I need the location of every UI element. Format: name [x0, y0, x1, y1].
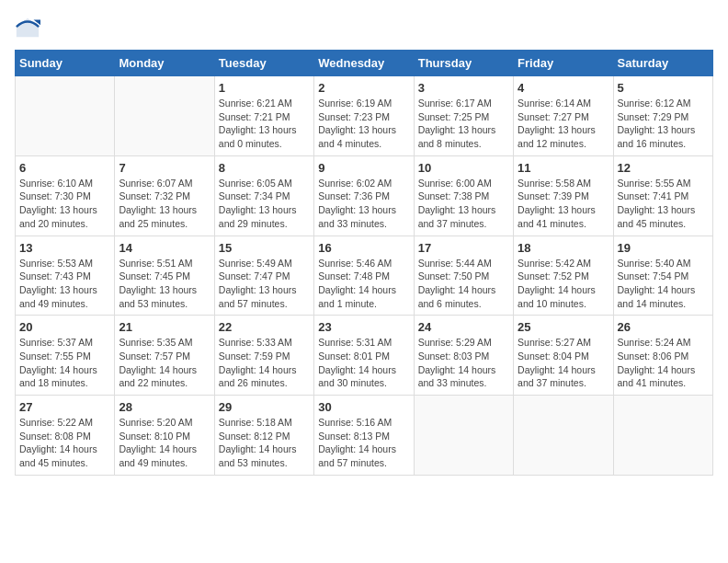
day-cell: 16Sunrise: 5:46 AMSunset: 7:48 PMDayligh… [314, 236, 414, 316]
day-cell: 9Sunrise: 6:02 AMSunset: 7:36 PMDaylight… [314, 155, 414, 236]
day-info: Sunrise: 6:14 AMSunset: 7:27 PMDaylight:… [518, 97, 609, 151]
day-cell [613, 396, 712, 476]
week-row-3: 20Sunrise: 5:37 AMSunset: 7:55 PMDayligh… [16, 316, 713, 396]
day-cell: 22Sunrise: 5:33 AMSunset: 7:59 PMDayligh… [214, 316, 313, 396]
day-info: Sunrise: 6:21 AMSunset: 7:21 PMDaylight:… [219, 97, 310, 151]
day-info: Sunrise: 5:42 AMSunset: 7:52 PMDaylight:… [518, 257, 609, 311]
day-info: Sunrise: 5:53 AMSunset: 7:43 PMDaylight:… [19, 257, 110, 311]
day-cell: 10Sunrise: 6:00 AMSunset: 7:38 PMDayligh… [414, 155, 513, 236]
day-cell: 14Sunrise: 5:51 AMSunset: 7:45 PMDayligh… [115, 236, 214, 316]
logo-icon [15, 15, 40, 40]
day-number: 22 [219, 320, 310, 334]
day-number: 2 [318, 81, 409, 95]
day-number: 19 [618, 241, 709, 255]
day-cell: 12Sunrise: 5:55 AMSunset: 7:41 PMDayligh… [613, 155, 712, 236]
logo [15, 15, 46, 40]
day-cell [115, 76, 214, 156]
day-number: 30 [318, 400, 409, 414]
day-number: 25 [518, 320, 609, 334]
week-row-2: 13Sunrise: 5:53 AMSunset: 7:43 PMDayligh… [16, 236, 713, 316]
day-info: Sunrise: 6:05 AMSunset: 7:34 PMDaylight:… [219, 177, 310, 231]
day-info: Sunrise: 6:12 AMSunset: 7:29 PMDaylight:… [618, 97, 709, 151]
calendar-body: 1Sunrise: 6:21 AMSunset: 7:21 PMDaylight… [16, 76, 713, 476]
day-info: Sunrise: 5:33 AMSunset: 7:59 PMDaylight:… [219, 336, 310, 390]
day-number: 29 [219, 400, 310, 414]
day-info: Sunrise: 5:22 AMSunset: 8:08 PMDaylight:… [19, 416, 110, 470]
header-cell-thursday: Thursday [414, 51, 513, 76]
day-cell: 5Sunrise: 6:12 AMSunset: 7:29 PMDaylight… [613, 76, 712, 156]
day-number: 8 [219, 161, 310, 175]
day-number: 24 [418, 320, 509, 334]
day-cell: 15Sunrise: 5:49 AMSunset: 7:47 PMDayligh… [214, 236, 313, 316]
day-number: 12 [618, 161, 709, 175]
day-cell [514, 396, 613, 476]
day-cell: 3Sunrise: 6:17 AMSunset: 7:25 PMDaylight… [414, 76, 513, 156]
header-cell-saturday: Saturday [613, 51, 712, 76]
day-info: Sunrise: 5:24 AMSunset: 8:06 PMDaylight:… [618, 336, 709, 390]
day-info: Sunrise: 5:31 AMSunset: 8:01 PMDaylight:… [318, 336, 409, 390]
day-info: Sunrise: 6:07 AMSunset: 7:32 PMDaylight:… [119, 177, 210, 231]
day-cell: 24Sunrise: 5:29 AMSunset: 8:03 PMDayligh… [414, 316, 513, 396]
day-number: 4 [518, 81, 609, 95]
day-cell: 20Sunrise: 5:37 AMSunset: 7:55 PMDayligh… [16, 316, 115, 396]
day-info: Sunrise: 5:27 AMSunset: 8:04 PMDaylight:… [518, 336, 609, 390]
day-number: 6 [19, 161, 110, 175]
day-number: 9 [318, 161, 409, 175]
week-row-1: 6Sunrise: 6:10 AMSunset: 7:30 PMDaylight… [16, 155, 713, 236]
day-number: 28 [119, 400, 210, 414]
header-cell-monday: Monday [115, 51, 214, 76]
calendar-header: SundayMondayTuesdayWednesdayThursdayFrid… [16, 51, 713, 76]
day-info: Sunrise: 5:46 AMSunset: 7:48 PMDaylight:… [318, 257, 409, 311]
day-cell: 4Sunrise: 6:14 AMSunset: 7:27 PMDaylight… [514, 76, 613, 156]
day-info: Sunrise: 5:20 AMSunset: 8:10 PMDaylight:… [119, 416, 210, 470]
day-info: Sunrise: 5:49 AMSunset: 7:47 PMDaylight:… [219, 257, 310, 311]
day-info: Sunrise: 6:10 AMSunset: 7:30 PMDaylight:… [19, 177, 110, 231]
day-info: Sunrise: 6:02 AMSunset: 7:36 PMDaylight:… [318, 177, 409, 231]
day-number: 27 [19, 400, 110, 414]
day-cell: 30Sunrise: 5:16 AMSunset: 8:13 PMDayligh… [314, 396, 414, 476]
day-number: 21 [119, 320, 210, 334]
day-cell: 23Sunrise: 5:31 AMSunset: 8:01 PMDayligh… [314, 316, 414, 396]
day-info: Sunrise: 5:16 AMSunset: 8:13 PMDaylight:… [318, 416, 409, 470]
day-cell: 8Sunrise: 6:05 AMSunset: 7:34 PMDaylight… [214, 155, 313, 236]
header-cell-friday: Friday [514, 51, 613, 76]
day-cell: 6Sunrise: 6:10 AMSunset: 7:30 PMDaylight… [16, 155, 115, 236]
day-cell: 18Sunrise: 5:42 AMSunset: 7:52 PMDayligh… [514, 236, 613, 316]
header-cell-wednesday: Wednesday [314, 51, 414, 76]
day-number: 14 [119, 241, 210, 255]
day-cell: 1Sunrise: 6:21 AMSunset: 7:21 PMDaylight… [214, 76, 313, 156]
day-info: Sunrise: 5:29 AMSunset: 8:03 PMDaylight:… [418, 336, 509, 390]
day-cell: 27Sunrise: 5:22 AMSunset: 8:08 PMDayligh… [16, 396, 115, 476]
day-cell: 11Sunrise: 5:58 AMSunset: 7:39 PMDayligh… [514, 155, 613, 236]
day-cell: 17Sunrise: 5:44 AMSunset: 7:50 PMDayligh… [414, 236, 513, 316]
day-number: 26 [618, 320, 709, 334]
day-number: 11 [518, 161, 609, 175]
day-info: Sunrise: 6:17 AMSunset: 7:25 PMDaylight:… [418, 97, 509, 151]
day-cell: 29Sunrise: 5:18 AMSunset: 8:12 PMDayligh… [214, 396, 313, 476]
day-number: 3 [418, 81, 509, 95]
day-info: Sunrise: 6:19 AMSunset: 7:23 PMDaylight:… [318, 97, 409, 151]
day-number: 5 [618, 81, 709, 95]
day-number: 1 [219, 81, 310, 95]
header-cell-tuesday: Tuesday [214, 51, 313, 76]
day-number: 20 [19, 320, 110, 334]
day-number: 17 [418, 241, 509, 255]
day-cell: 19Sunrise: 5:40 AMSunset: 7:54 PMDayligh… [613, 236, 712, 316]
week-row-0: 1Sunrise: 6:21 AMSunset: 7:21 PMDaylight… [16, 76, 713, 156]
day-cell: 25Sunrise: 5:27 AMSunset: 8:04 PMDayligh… [514, 316, 613, 396]
day-number: 13 [19, 241, 110, 255]
day-number: 15 [219, 241, 310, 255]
header [15, 15, 713, 40]
day-info: Sunrise: 5:55 AMSunset: 7:41 PMDaylight:… [618, 177, 709, 231]
day-cell [16, 76, 115, 156]
day-info: Sunrise: 5:51 AMSunset: 7:45 PMDaylight:… [119, 257, 210, 311]
header-row: SundayMondayTuesdayWednesdayThursdayFrid… [16, 51, 713, 76]
day-info: Sunrise: 5:18 AMSunset: 8:12 PMDaylight:… [219, 416, 310, 470]
day-info: Sunrise: 5:35 AMSunset: 7:57 PMDaylight:… [119, 336, 210, 390]
day-cell: 26Sunrise: 5:24 AMSunset: 8:06 PMDayligh… [613, 316, 712, 396]
day-number: 18 [518, 241, 609, 255]
day-cell: 7Sunrise: 6:07 AMSunset: 7:32 PMDaylight… [115, 155, 214, 236]
day-cell: 21Sunrise: 5:35 AMSunset: 7:57 PMDayligh… [115, 316, 214, 396]
day-cell: 13Sunrise: 5:53 AMSunset: 7:43 PMDayligh… [16, 236, 115, 316]
calendar-table: SundayMondayTuesdayWednesdayThursdayFrid… [15, 50, 713, 476]
